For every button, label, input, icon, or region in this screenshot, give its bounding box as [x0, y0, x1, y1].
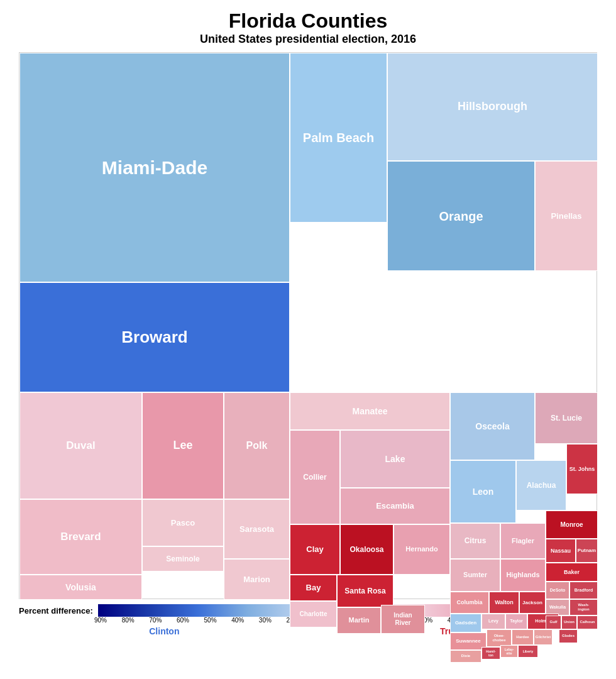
county-name: Flagler — [512, 537, 534, 545]
county-cell: Alachua — [516, 460, 566, 511]
county-cell: Volusia — [19, 575, 142, 600]
county-cell: Glades — [559, 629, 578, 643]
county-name: Hernando — [405, 545, 437, 553]
county-cell: Okaloosa — [340, 524, 393, 575]
county-cell: DeSoto — [546, 582, 569, 599]
county-cell: Lafay-ette — [500, 645, 518, 658]
county-name: Gadsden — [455, 620, 476, 626]
county-cell: Monroe — [546, 511, 598, 539]
county-name: Santa Rosa — [344, 587, 385, 595]
county-cell: Flagler — [500, 523, 546, 559]
county-name: Broward — [121, 328, 187, 347]
county-name: Hamil-ton — [486, 649, 495, 657]
county-cell: Charlotte — [290, 601, 337, 627]
county-name: DeSoto — [550, 588, 566, 593]
county-name: Gilchrist — [536, 635, 551, 639]
county-name: Union — [564, 620, 575, 624]
county-cell: Calhoun — [577, 616, 598, 629]
county-name: Columbia — [456, 599, 482, 606]
county-name: Wakulla — [549, 605, 566, 610]
county-cell: Okee-chobee — [487, 629, 512, 647]
county-name: Pinellas — [551, 211, 581, 221]
county-name: Marion — [243, 575, 270, 585]
county-name: Hardee — [516, 635, 529, 639]
county-cell: Hardee — [512, 629, 534, 645]
county-cell: Baker — [546, 563, 598, 582]
clinton-label: Clinton — [149, 626, 179, 636]
county-name: Charlotte — [300, 610, 327, 618]
county-cell: IndianRiver — [381, 605, 425, 634]
county-name: Wash-ington — [578, 603, 589, 612]
county-cell: Wash-ington — [569, 599, 598, 616]
county-cell: Santa Rosa — [337, 575, 393, 607]
chart-title: Florida Counties — [229, 9, 387, 33]
county-name: St. Lucie — [551, 414, 582, 422]
county-cell: Pinellas — [535, 161, 598, 271]
county-cell: Leon — [450, 460, 516, 523]
county-name: Lake — [385, 454, 405, 465]
county-name: Sarasota — [239, 524, 274, 534]
county-cell: Lee — [142, 392, 224, 499]
county-name: Sumter — [463, 571, 487, 579]
chart-subtitle: United States presidential election, 201… — [200, 33, 416, 46]
county-cell: Liberty — [518, 645, 538, 658]
county-cell: Broward — [19, 282, 290, 392]
county-cell: Martin — [337, 607, 381, 634]
county-cell: Bradford — [569, 582, 598, 599]
county-cell: Manatee — [290, 392, 450, 430]
county-name: Duval — [66, 439, 95, 452]
county-name: Alachua — [527, 481, 556, 490]
county-cell: St. Lucie — [535, 392, 598, 444]
county-name: Leon — [473, 487, 493, 497]
county-cell: Escambia — [340, 488, 450, 524]
county-name: Hillsborough — [458, 100, 527, 114]
county-cell: Columbia — [450, 592, 489, 614]
county-cell: Nassau — [546, 539, 576, 563]
county-cell: Gadsden — [450, 614, 481, 632]
county-name: Jackson — [522, 600, 542, 606]
county-cell: Hernando — [393, 524, 450, 575]
county-cell: Taylor — [505, 614, 527, 629]
county-cell: Pasco — [142, 499, 224, 546]
county-cell: St. Johns — [566, 444, 598, 494]
county-cell: Hillsborough — [387, 53, 598, 161]
county-cell: Levy — [481, 614, 505, 629]
county-cell: Lake — [340, 430, 450, 488]
county-name: Liberty — [523, 649, 534, 653]
county-cell: Osceola — [450, 392, 535, 460]
county-name: IndianRiver — [393, 612, 412, 627]
county-cell: Duval — [19, 392, 142, 499]
county-name: Monroe — [560, 521, 583, 529]
county-name: Palm Beach — [303, 130, 374, 145]
county-name: Volusia — [65, 582, 96, 593]
county-cell: Miami-Dade — [19, 53, 290, 282]
county-name: Okee-chobee — [492, 634, 505, 643]
county-cell: Hamil-ton — [481, 647, 500, 660]
county-name: Bay — [306, 583, 321, 593]
county-name: Levy — [488, 619, 498, 624]
county-name: Martin — [349, 616, 370, 624]
county-name: Polk — [246, 439, 268, 451]
county-name: Baker — [564, 569, 580, 576]
treemap: 知乎 @蚂蚁 Miami-DadeBrowardPalm BeachHillsb… — [19, 52, 597, 599]
county-name: Calhoun — [580, 620, 595, 624]
county-name: Glades — [562, 634, 575, 638]
county-name: Manatee — [352, 406, 387, 417]
county-name: Osceola — [475, 421, 509, 432]
county-name: Highlands — [506, 571, 539, 579]
county-name: Seminole — [166, 555, 199, 563]
county-cell: Sumter — [450, 559, 500, 592]
county-cell: Bay — [290, 575, 337, 601]
county-cell: Union — [561, 616, 577, 629]
county-name: Brevard — [60, 531, 101, 543]
county-cell: Marion — [224, 559, 290, 600]
county-name: Suwannee — [456, 638, 481, 644]
county-cell: Seminole — [142, 546, 224, 571]
county-cell: Collier — [290, 430, 340, 524]
county-name: Pasco — [171, 518, 195, 528]
county-name: Clay — [306, 544, 323, 555]
county-cell: Jackson — [519, 592, 546, 614]
county-cell: Dixie — [450, 650, 481, 663]
county-name: St. Johns — [569, 466, 595, 473]
county-name: Taylor — [510, 619, 523, 624]
